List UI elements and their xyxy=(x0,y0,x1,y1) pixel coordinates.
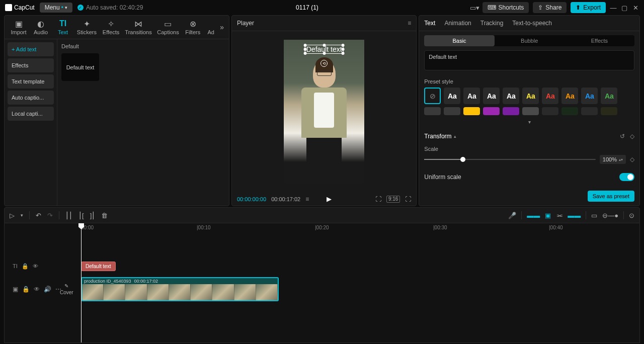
preset-dark4[interactable] xyxy=(601,107,617,115)
delete-icon[interactable]: 🗑 xyxy=(101,212,108,219)
tab-text[interactable]: TIText xyxy=(52,18,74,37)
close-icon[interactable]: ✕ xyxy=(632,4,639,11)
transform-title[interactable]: Transform ▴ xyxy=(424,133,456,140)
subtab-bubble[interactable]: Bubble xyxy=(495,35,565,46)
undo-icon[interactable]: ↶ xyxy=(36,212,41,219)
chain-icon[interactable]: ⫘ xyxy=(556,212,562,219)
shortcuts-button[interactable]: ⌨ Shortcuts xyxy=(482,2,529,13)
tab-import[interactable]: ▣Import xyxy=(8,18,30,37)
preset-dark[interactable] xyxy=(542,107,558,115)
text-clip[interactable]: Default text xyxy=(81,262,116,271)
preset-bold[interactable]: Aa xyxy=(483,88,500,104)
tab-ad[interactable]: Ad xyxy=(204,18,218,37)
tab-audio[interactable]: ◐Audio xyxy=(30,18,52,37)
side-template[interactable]: Text template xyxy=(8,74,54,89)
expand-presets-icon[interactable]: ▾ xyxy=(419,119,639,125)
tab-captions[interactable]: ▭Captions xyxy=(154,18,182,37)
uniform-scale-toggle[interactable] xyxy=(619,173,634,181)
save-preset-button[interactable]: Save as preset xyxy=(588,191,634,202)
play-button[interactable]: ▶ xyxy=(327,195,332,203)
preset-none[interactable]: ⊘ xyxy=(424,88,441,104)
zoom-out-icon[interactable]: ⊖—● xyxy=(602,212,618,219)
mute-icon[interactable]: 🔊 xyxy=(44,286,51,293)
tab-filters[interactable]: ⊗Filters xyxy=(182,18,204,37)
tab-effects[interactable]: ✧Effects xyxy=(100,18,123,37)
eye-icon[interactable]: 👁 xyxy=(34,286,40,293)
keyframe-icon[interactable]: ◇ xyxy=(630,133,634,140)
preview-mode-icon[interactable]: ▭ xyxy=(591,212,597,219)
preset-orange[interactable]: Aa xyxy=(561,88,578,104)
preset-blue[interactable]: Aa xyxy=(581,88,598,104)
cover-button[interactable]: ✎ Cover xyxy=(60,283,73,295)
preset-white[interactable]: Aa xyxy=(444,88,460,104)
trim-right-icon[interactable]: ]⎮ xyxy=(90,212,96,219)
side-effects[interactable]: Effects xyxy=(8,58,54,72)
magnet-icon[interactable]: ▬▬ xyxy=(527,212,540,219)
more-tabs-icon[interactable]: » xyxy=(218,23,226,31)
dropdown-icon[interactable]: ▾ xyxy=(21,213,23,218)
rotate-handle-icon[interactable]: ⟲ xyxy=(320,60,328,67)
preset-purple[interactable] xyxy=(483,107,500,115)
preset-outline[interactable]: Aa xyxy=(463,88,480,104)
slider-thumb[interactable] xyxy=(460,157,465,162)
list-icon[interactable]: ≡ xyxy=(305,196,309,203)
default-text-thumb[interactable]: Default text xyxy=(61,53,99,81)
fullscreen-icon[interactable]: ⛶ xyxy=(405,196,411,203)
preset-green[interactable]: Aa xyxy=(601,88,617,104)
menu-button[interactable]: Menu•▾ xyxy=(40,3,72,13)
preset-red[interactable]: Aa xyxy=(542,88,558,104)
video-track-icon[interactable]: ▣ xyxy=(13,286,18,293)
pointer-tool-icon[interactable]: ▷ xyxy=(10,212,15,219)
trim-left-icon[interactable]: ⎮[ xyxy=(78,212,84,219)
share-button[interactable]: ⇪ Share xyxy=(533,2,567,13)
subtab-effects[interactable]: Effects xyxy=(565,35,634,46)
split-icon[interactable]: ⎮⎮ xyxy=(65,212,72,219)
preset-light[interactable] xyxy=(522,107,539,115)
preset-yellow2[interactable] xyxy=(463,107,480,115)
lock-icon[interactable]: 🔒 xyxy=(22,286,30,293)
side-add-text[interactable]: + Add text xyxy=(8,42,54,56)
rtab-tracking[interactable]: Tracking xyxy=(480,20,504,27)
subtab-basic[interactable]: Basic xyxy=(424,35,494,46)
tab-stickers[interactable]: ✦Stickers xyxy=(74,18,100,37)
scale-slider[interactable] xyxy=(424,159,596,160)
preset-dark2[interactable] xyxy=(561,107,578,115)
reset-icon[interactable]: ↺ xyxy=(620,133,625,140)
preset-shadow[interactable]: Aa xyxy=(503,88,519,104)
text-input[interactable]: Default text xyxy=(424,50,634,70)
minimize-icon[interactable]: — xyxy=(610,4,617,11)
redo-icon[interactable]: ↷ xyxy=(47,212,53,219)
rtab-tts[interactable]: Text-to-speech xyxy=(512,20,552,27)
preset-purple2[interactable] xyxy=(503,107,519,115)
tab-transitions[interactable]: ⋈Transitions xyxy=(122,18,154,37)
player-menu-icon[interactable]: ≡ xyxy=(408,20,411,27)
preset-dark3[interactable] xyxy=(581,107,598,115)
scale-keyframe-icon[interactable]: ◇ xyxy=(630,156,634,163)
video-clip[interactable]: production ID_4540393 00:00:17:02 xyxy=(81,277,279,301)
rtab-animation[interactable]: Animation xyxy=(444,20,471,27)
maximize-icon[interactable]: ▢ xyxy=(621,4,628,11)
snap-icon[interactable]: ▬▬ xyxy=(568,212,581,219)
timeline[interactable]: 00:00 |00:10 |00:20 |00:30 |00:40 TI 🔒 👁… xyxy=(4,223,640,343)
preset-yellow[interactable]: Aa xyxy=(522,88,539,104)
aspect-ratio[interactable]: 9:16 xyxy=(386,196,400,203)
text-overlay[interactable]: Default text xyxy=(305,45,344,54)
side-localcaptions[interactable]: Local capti... xyxy=(8,107,54,121)
rtab-text[interactable]: Text xyxy=(424,20,435,27)
eye-icon[interactable]: 👁 xyxy=(33,263,38,269)
timeline-ruler[interactable]: 00:00 |00:10 |00:20 |00:30 |00:40 xyxy=(61,223,639,233)
link-icon[interactable]: ▣ xyxy=(545,212,551,219)
layout-icon[interactable]: ▭▾ xyxy=(471,4,478,11)
preset-gray1[interactable] xyxy=(424,107,441,115)
preview-canvas[interactable]: Default text ⟲ xyxy=(284,40,364,184)
side-autocaptions[interactable]: Auto captio... xyxy=(8,91,54,105)
preview-area[interactable]: Default text ⟲ xyxy=(232,31,416,192)
text-track-icon[interactable]: TI xyxy=(13,263,18,269)
playhead[interactable] xyxy=(81,223,82,342)
zoom-fit-icon[interactable]: ⊙ xyxy=(629,212,634,219)
preset-gray2[interactable] xyxy=(444,107,460,115)
lock-icon[interactable]: 🔒 xyxy=(22,263,29,270)
scale-value[interactable]: 100%▴▾ xyxy=(600,155,626,164)
export-button[interactable]: ⬆ Export xyxy=(571,2,606,13)
crop-icon[interactable]: ⛶ xyxy=(375,196,381,203)
